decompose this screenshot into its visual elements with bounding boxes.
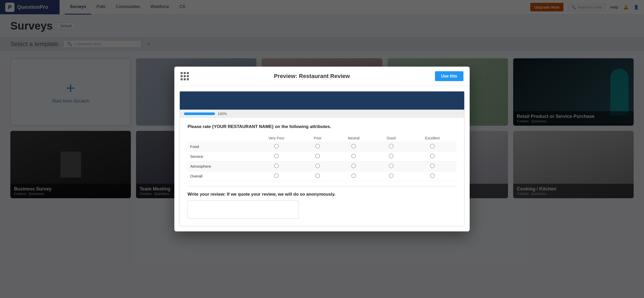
progress-fill xyxy=(184,112,215,115)
survey-content: Please rate {YOUR RESTAURANT NAME} on th… xyxy=(180,118,464,226)
row-label-overall: Overall xyxy=(188,171,251,181)
table-row: Overall xyxy=(188,171,456,181)
survey-question-2: Write your review: If we quote your revi… xyxy=(188,192,456,197)
survey-divider xyxy=(188,186,456,187)
table-row: Service xyxy=(188,152,456,161)
col-header-excellent: Excellent xyxy=(408,134,456,142)
row-label-food: Food xyxy=(188,142,251,152)
survey-header-bar xyxy=(180,91,464,110)
radio-atm-verypoor[interactable] xyxy=(251,161,302,171)
table-row: Atmosphere xyxy=(188,161,456,171)
col-header-very-poor: Very Poor xyxy=(251,134,302,142)
radio-food-neutral[interactable] xyxy=(333,142,374,152)
col-header-poor: Poor xyxy=(302,134,333,142)
radio-service-neutral[interactable] xyxy=(333,152,374,161)
radio-atm-excellent[interactable] xyxy=(408,161,456,171)
progress-track xyxy=(184,112,215,115)
col-header-empty xyxy=(188,134,251,142)
radio-ovr-neutral[interactable] xyxy=(333,171,374,181)
grid-menu-icon[interactable] xyxy=(181,72,189,80)
radio-food-good[interactable] xyxy=(374,142,408,152)
review-textarea[interactable] xyxy=(188,201,299,219)
table-row: Food xyxy=(188,142,456,152)
survey-question-1: Please rate {YOUR RESTAURANT NAME} on th… xyxy=(188,124,456,129)
radio-food-excellent[interactable] xyxy=(408,142,456,152)
radio-food-verypoor[interactable] xyxy=(251,142,302,152)
progress-label: 100% xyxy=(218,112,227,116)
use-this-button[interactable]: Use this xyxy=(435,71,463,81)
radio-service-excellent[interactable] xyxy=(408,152,456,161)
radio-service-poor[interactable] xyxy=(302,152,333,161)
col-header-good: Good xyxy=(374,134,408,142)
radio-atm-poor[interactable] xyxy=(302,161,333,171)
modal-header: Preview: Restaurant Review Use this xyxy=(174,67,470,86)
radio-atm-neutral[interactable] xyxy=(333,161,374,171)
modal-overlay[interactable]: Preview: Restaurant Review Use this 100% xyxy=(0,0,644,298)
modal: Preview: Restaurant Review Use this 100% xyxy=(174,67,470,231)
modal-title: Preview: Restaurant Review xyxy=(274,73,350,80)
radio-service-good[interactable] xyxy=(374,152,408,161)
rating-table: Very Poor Poor Neutral Good Excellent Fo… xyxy=(188,134,456,181)
radio-ovr-good[interactable] xyxy=(374,171,408,181)
radio-ovr-verypoor[interactable] xyxy=(251,171,302,181)
radio-ovr-poor[interactable] xyxy=(302,171,333,181)
row-label-atmosphere: Atmosphere xyxy=(188,161,251,171)
radio-atm-good[interactable] xyxy=(374,161,408,171)
survey-preview: 100% Please rate {YOUR RESTAURANT NAME} … xyxy=(180,91,464,226)
row-label-service: Service xyxy=(188,152,251,161)
col-header-neutral: Neutral xyxy=(333,134,374,142)
radio-ovr-excellent[interactable] xyxy=(408,171,456,181)
radio-food-poor[interactable] xyxy=(302,142,333,152)
survey-progress-row: 100% xyxy=(180,110,464,118)
modal-body: 100% Please rate {YOUR RESTAURANT NAME} … xyxy=(174,86,470,231)
radio-service-verypoor[interactable] xyxy=(251,152,302,161)
